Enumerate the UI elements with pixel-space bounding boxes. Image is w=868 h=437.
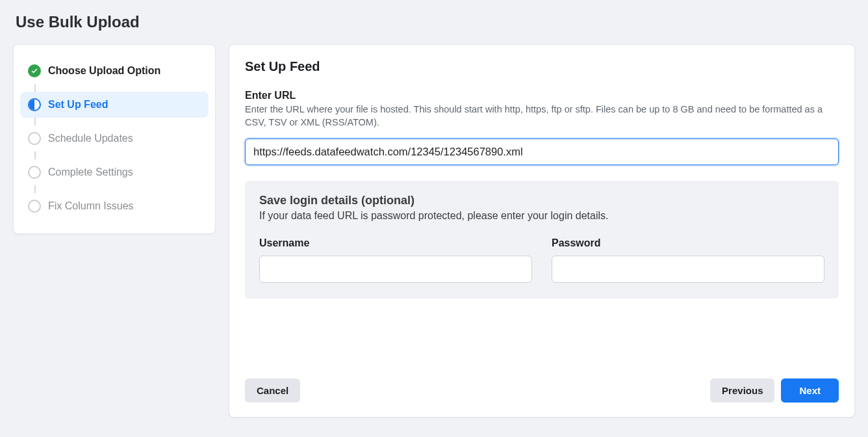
circle-icon	[28, 132, 41, 145]
username-label: Username	[259, 237, 532, 249]
next-button[interactable]: Next	[781, 378, 839, 403]
step-complete-settings[interactable]: Complete Settings	[20, 159, 209, 185]
username-input[interactable]	[259, 256, 532, 283]
step-connector	[34, 84, 36, 92]
step-label: Choose Upload Option	[48, 65, 160, 77]
step-fix-column-issues[interactable]: Fix Column Issues	[20, 193, 209, 219]
main-panel: Set Up Feed Enter URL Enter the URL wher…	[229, 44, 855, 417]
step-label: Fix Column Issues	[48, 200, 134, 212]
login-title: Save login details (optional)	[259, 194, 824, 207]
step-schedule-updates[interactable]: Schedule Updates	[20, 126, 209, 152]
password-label: Password	[552, 237, 824, 249]
login-details-block: Save login details (optional) If your da…	[245, 181, 839, 298]
main-heading: Set Up Feed	[245, 59, 839, 74]
previous-button[interactable]: Previous	[710, 378, 774, 403]
url-description: Enter the URL where your file is hosted.…	[245, 103, 839, 129]
step-choose-upload-option[interactable]: Choose Upload Option	[20, 58, 209, 84]
url-section: Enter URL Enter the URL where your file …	[245, 90, 839, 165]
circle-icon	[28, 200, 41, 213]
step-connector	[34, 152, 36, 159]
step-connector	[34, 185, 36, 193]
page-title: Use Bulk Upload	[0, 0, 868, 44]
password-input[interactable]	[552, 256, 824, 283]
step-label: Schedule Updates	[48, 133, 133, 144]
step-label: Set Up Feed	[48, 99, 108, 111]
check-icon	[28, 64, 41, 77]
stepper-panel: Choose Upload Option Set Up Feed Schedul…	[13, 44, 216, 234]
half-circle-icon	[28, 98, 41, 111]
cancel-button[interactable]: Cancel	[245, 378, 300, 403]
url-label: Enter URL	[245, 90, 839, 101]
url-input[interactable]	[245, 139, 839, 165]
footer: Cancel Previous Next	[245, 352, 839, 403]
circle-icon	[28, 166, 41, 179]
step-label: Complete Settings	[48, 166, 133, 178]
step-set-up-feed[interactable]: Set Up Feed	[20, 92, 209, 118]
login-description: If your data feed URL is password protec…	[259, 210, 824, 222]
step-connector	[34, 118, 36, 126]
